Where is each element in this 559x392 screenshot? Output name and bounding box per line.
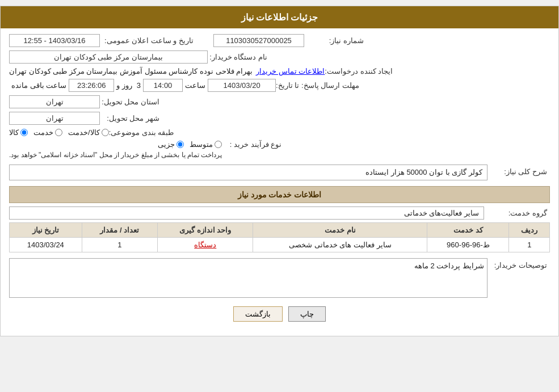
category-label: طبقه بندی موضوعی:	[109, 128, 177, 137]
creator-name-value: بهرام فلاحی نوده کارشناس مسئول آموزش بیم…	[9, 67, 253, 75]
process-label: نوع فرآیند خرید :	[222, 140, 284, 149]
page-wrapper: جزئیات اطلاعات نیاز شماره نیاز: 11030305…	[0, 6, 559, 336]
city-row: شهر محل تحویل: تهران	[9, 112, 550, 125]
button-row: چاپ بازگشت	[9, 306, 550, 327]
category-kala-khidmat: کالا/خدمت	[68, 128, 109, 137]
process-radio-group: متوسط جزیی	[9, 140, 222, 149]
process-type-row: نوع فرآیند خرید : متوسط جزیی پرداخت تمام…	[9, 140, 550, 161]
province-label: استان محل تحویل:	[100, 98, 162, 106]
creator-contact-link[interactable]: اطلاعات تماس خریدار	[256, 67, 325, 75]
buyer-org-value: بیمارستان مرکز طبی کودکان تهران	[9, 50, 208, 64]
category-radio-kala-khidmat[interactable]	[102, 129, 109, 136]
buyer-desc-value: شرایط پرداخت 2 ماهه	[9, 258, 487, 298]
content-area: شماره نیاز: 1103030527000025 تاریخ و ساع…	[1, 28, 558, 336]
category-kala-label: کالا	[9, 128, 19, 137]
col-row-num: ردیف	[509, 223, 550, 238]
process-radio-jozi[interactable]	[176, 141, 184, 148]
process-jozi-label: جزیی	[158, 140, 175, 149]
need-desc-value: کولر گازی با توان 50000 هزار ایستاده	[9, 165, 487, 180]
announce-label: تاریخ و ساعت اعلان عمومی:	[100, 36, 196, 45]
need-desc-label: شرح کلی نیاز:	[487, 165, 550, 176]
group-value: سایر فعالیت‌های خدماتی	[9, 206, 484, 220]
process-note: پرداخت تمام یا بخشی از مبلغ خریدار از مح…	[9, 151, 222, 159]
col-service-name: نام خدمت	[253, 223, 427, 238]
category-radio-group: کالا/خدمت خدمت کالا	[9, 128, 109, 137]
print-button[interactable]: چاپ	[288, 306, 326, 322]
city-label: شهر محل تحویل:	[100, 114, 162, 123]
category-radio-kala[interactable]	[20, 129, 28, 136]
tender-number-value: 1103030527000025	[213, 34, 304, 47]
cell-quantity: 1	[82, 238, 157, 252]
time-value: 14:00	[143, 79, 183, 92]
category-radio-khidmat[interactable]	[55, 129, 62, 136]
col-service-code: کد خدمت	[427, 223, 509, 238]
cell-row-num: 1	[509, 238, 550, 252]
days-value: 3	[135, 81, 143, 90]
service-section-header: اطلاعات خدمات مورد نیاز	[9, 186, 550, 203]
need-desc-row: شرح کلی نیاز: کولر گازی با توان 50000 هز…	[9, 165, 550, 180]
table-row: 1 ط-96-96-960 سایر فعالیت های خدماتی شخص…	[10, 238, 550, 252]
province-row: استان محل تحویل: تهران	[9, 95, 550, 108]
process-radio-mutawasit[interactable]	[215, 141, 222, 148]
group-service-row: گروه خدمت: سایر فعالیت‌های خدماتی	[9, 206, 550, 220]
col-date: تاریخ نیاز	[10, 223, 82, 238]
cell-unit: دستگاه	[158, 238, 253, 252]
tender-number-row: شماره نیاز: 1103030527000025 تاریخ و ساع…	[9, 34, 550, 47]
buyer-desc-row: توصیحات خریدار: شرایط پرداخت 2 ماهه	[9, 258, 550, 298]
creator-row: ایجاد کننده درخواست: اطلاعات تماس خریدار…	[9, 67, 550, 75]
buyer-org-label: نام دستگاه خریدار:	[208, 53, 270, 61]
tender-number-label: شماره نیاز:	[304, 36, 367, 45]
buyer-desc-label: توصیحات خریدار:	[487, 258, 550, 269]
process-mutawasit-label: متوسط	[190, 140, 213, 149]
creator-label: ایجاد کننده درخواست:	[325, 67, 396, 75]
date-time-row: مهلت ارسال پاسخ: تا تاریخ: 1403/03/20 سا…	[9, 79, 550, 92]
process-jozi: جزیی	[158, 140, 184, 149]
page-title: جزئیات اطلاعات نیاز	[241, 12, 318, 22]
buyer-org-row: نام دستگاه خریدار: بیمارستان مرکز طبی کو…	[9, 50, 550, 64]
cell-date: 1403/03/24	[10, 238, 82, 252]
col-unit: واحد اندازه گیری	[158, 223, 253, 238]
announce-value: 1403/03/16 - 12:55	[9, 34, 100, 47]
cell-service-name: سایر فعالیت های خدماتی شخصی	[253, 238, 427, 252]
remaining-label: ساعت باقی مانده	[9, 81, 69, 90]
page-header: جزئیات اطلاعات نیاز	[1, 6, 558, 28]
service-table: ردیف کد خدمت نام خدمت واحد اندازه گیری ت…	[9, 222, 550, 252]
category-khidmat-label: خدمت	[33, 128, 53, 137]
days-label: روز و	[114, 81, 135, 90]
cell-service-code: ط-96-96-960	[427, 238, 509, 252]
city-value: تهران	[9, 112, 100, 125]
province-value: تهران	[9, 95, 100, 108]
remaining-value: 23:26:06	[69, 79, 114, 92]
process-mutawasit: متوسط	[190, 140, 222, 149]
category-row: طبقه بندی موضوعی: کالا/خدمت خدمت کالا	[9, 128, 550, 137]
category-kala-khidmat-label: کالا/خدمت	[68, 128, 100, 137]
col-quantity: تعداد / مقدار	[82, 223, 157, 238]
group-label: گروه خدمت:	[487, 209, 550, 217]
date-label: مهلت ارسال پاسخ: تا تاریخ:	[276, 81, 362, 90]
category-kala: کالا	[9, 128, 28, 137]
time-label: ساعت	[183, 81, 208, 90]
category-khidmat: خدمت	[33, 128, 62, 137]
date-value: 1403/03/20	[208, 79, 276, 92]
back-button[interactable]: بازگشت	[233, 306, 283, 322]
